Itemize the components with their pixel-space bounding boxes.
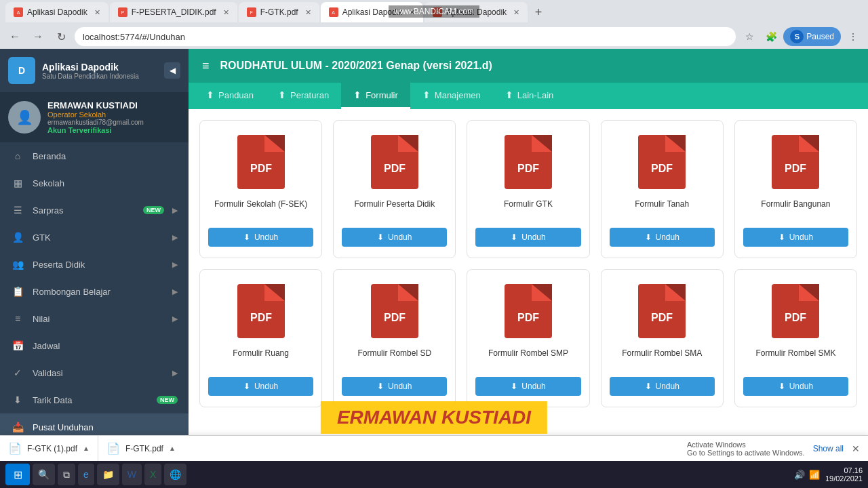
sidebar-item-gtk[interactable]: 👤 GTK ▶ <box>0 224 189 251</box>
sidebar-item-nilai[interactable]: ≡ Nilai ▶ <box>0 305 189 332</box>
taskbar-explorer[interactable]: 📁 <box>97 464 119 485</box>
unduh-icon-10: ⬇ <box>778 382 785 391</box>
sidebar-expand-button[interactable]: ◀ <box>164 62 180 79</box>
sidebar-item-rombongan-belajar[interactable]: 📋 Rombongan Belajar ▶ <box>0 278 189 305</box>
taskbar-word[interactable]: W <box>122 464 142 485</box>
lain-lain-icon: ⬆ <box>505 89 513 100</box>
unduh-button-9[interactable]: ⬇ Unduh <box>610 377 715 396</box>
pdf-grid: PDF Formulir Sekolah (F-SEK) ⬇ Unduh PDF <box>199 120 857 407</box>
unduh-button-10[interactable]: ⬇ Unduh <box>743 377 848 396</box>
bookmark-button[interactable]: ☆ <box>740 27 759 46</box>
pdf-label-2: Formulir Peserta Didik <box>354 199 435 221</box>
tab-close-2[interactable]: ✕ <box>223 8 229 17</box>
pdf-card-8: PDF Formulir Rombel SMP ⬇ Unduh <box>467 269 589 407</box>
unduh-button-4[interactable]: ⬇ Unduh <box>610 228 715 247</box>
peraturan-label: Peraturan <box>290 90 329 100</box>
validasi-arrow: ▶ <box>172 369 178 378</box>
sys-icons: 🔊 📶 <box>794 470 820 480</box>
tab-close-4[interactable]: ✕ <box>409 8 415 17</box>
rombongan-label: Rombongan Belajar <box>33 287 164 297</box>
download-bar-close-button[interactable]: ✕ <box>852 443 860 454</box>
sarpras-arrow: ▶ <box>172 206 178 215</box>
tab-formulir[interactable]: ⬆ Formulir <box>341 83 410 109</box>
pdf-label-6: Formulir Ruang <box>233 348 289 370</box>
taskbar-task-view[interactable]: ⧉ <box>58 464 75 485</box>
new-tab-button[interactable]: + <box>529 3 548 22</box>
address-input[interactable] <box>75 27 736 46</box>
task-view-icon: ⧉ <box>63 469 70 481</box>
unduh-button-8[interactable]: ⬇ Unduh <box>475 377 580 396</box>
jadwal-icon: 📅 <box>11 339 24 352</box>
browser-chrome: A Aplikasi Dapodik ✕ P F-PESERTA_DIDIK.p… <box>0 0 868 49</box>
sarpras-icon: ☰ <box>11 203 24 217</box>
tab-close-1[interactable]: ✕ <box>94 8 100 17</box>
paused-button[interactable]: S Paused <box>783 27 841 46</box>
pdf-icon-5: PDF <box>768 131 823 192</box>
tab-close-3[interactable]: ✕ <box>305 8 311 17</box>
user-role: Operator Sekolah <box>47 110 144 119</box>
top-bar: ≡ ROUDHATUL ULUM - 2020/2021 Genap (vers… <box>189 49 868 83</box>
school-title: ROUDHATUL ULUM - 2020/2021 Genap (versi … <box>220 60 492 72</box>
tab-panduan[interactable]: ⬆ Panduan <box>194 83 266 109</box>
menu-button[interactable]: ⋮ <box>844 27 863 46</box>
taskbar-search[interactable]: 🔍 <box>33 464 55 485</box>
nav-tabs: ⬆ Panduan ⬆ Peraturan ⬆ Formulir ⬆ Manaj… <box>189 83 868 109</box>
taskbar-system-tray: 🔊 📶 07.16 19/02/2021 <box>794 466 863 483</box>
taskbar-excel[interactable]: X <box>144 464 161 485</box>
pdf-card-4: PDF Formulir Tanah ⬇ Unduh <box>601 120 724 258</box>
unduh-button-5[interactable]: ⬇ Unduh <box>743 228 848 247</box>
download-pdf-icon-2: 📄 <box>106 442 120 455</box>
nilai-label: Nilai <box>33 314 164 324</box>
forward-button[interactable]: → <box>28 27 47 46</box>
download-chevron-2[interactable]: ▲ <box>169 445 176 452</box>
extensions-button[interactable]: 🧩 <box>762 27 781 46</box>
unduh-button-3[interactable]: ⬇ Unduh <box>475 228 580 247</box>
download-chevron-1[interactable]: ▲ <box>83 445 90 452</box>
unduh-button-2[interactable]: ⬇ Unduh <box>342 228 447 247</box>
sidebar-item-validasi[interactable]: ✓ Validasi ▶ <box>0 359 189 386</box>
pdf-icon-9: PDF <box>635 281 689 342</box>
tab-manajemen[interactable]: ⬆ Manajemen <box>410 83 493 109</box>
browser-tab-2[interactable]: P F-PESERTA_DIDIK.pdf ✕ <box>110 2 237 22</box>
unduh-icon-8: ⬇ <box>511 382 517 391</box>
browser-tab-1[interactable]: A Aplikasi Dapodik ✕ <box>5 2 108 22</box>
tab-favicon-3: F <box>247 7 256 17</box>
sidebar-item-peserta-didik[interactable]: 👥 Peserta Didik ▶ <box>0 251 189 278</box>
validasi-label: Validasi <box>33 368 164 378</box>
pdf-card-2: PDF Formulir Peserta Didik ⬇ Unduh <box>333 120 456 258</box>
sidebar-item-beranda[interactable]: ⌂ Beranda <box>0 142 189 169</box>
download-pdf-icon-1: 📄 <box>8 442 22 455</box>
tab-close-5[interactable]: ✕ <box>513 8 519 17</box>
hamburger-menu-button[interactable]: ≡ <box>202 59 210 73</box>
taskbar-clock[interactable]: 07.16 19/02/2021 <box>825 466 863 483</box>
unduh-icon-5: ⬇ <box>778 232 785 242</box>
back-button[interactable]: ← <box>5 27 24 46</box>
taskbar-start-button[interactable]: ⊞ <box>5 464 30 485</box>
taskbar-edge[interactable]: e <box>78 464 94 485</box>
pdf-card-5: PDF Formulir Bangunan ⬇ Unduh <box>734 120 857 258</box>
tarik-data-icon: ⬇ <box>11 393 24 407</box>
sidebar-item-jadwal[interactable]: 📅 Jadwal <box>0 332 189 359</box>
refresh-button[interactable]: ↻ <box>52 27 71 46</box>
sidebar-item-sekolah[interactable]: ▦ Sekolah <box>0 169 189 197</box>
tab-lain-lain[interactable]: ⬆ Lain-Lain <box>493 83 566 109</box>
pdf-label-9: Formulir Rombel SMA <box>622 348 702 370</box>
peraturan-icon: ⬆ <box>278 89 286 100</box>
unduh-button-7[interactable]: ⬇ Unduh <box>342 377 447 396</box>
sidebar-item-tarik-data[interactable]: ⬇ Tarik Data NEW <box>0 386 189 413</box>
svg-text:PDF: PDF <box>517 312 539 323</box>
browser-tab-4[interactable]: A Aplikasi Dapodik ✕ <box>321 2 424 22</box>
tab-peraturan[interactable]: ⬆ Peraturan <box>266 83 341 109</box>
browser-tab-3[interactable]: F F-GTK.pdf ✕ <box>239 2 319 22</box>
pdf-icon-8: PDF <box>501 281 555 342</box>
browser-tab-5[interactable]: A Aplikasi Dapodik ✕ <box>425 2 528 22</box>
tab-title-3: F-GTK.pdf <box>260 7 298 17</box>
unduh-button-1[interactable]: ⬇ Unduh <box>208 228 313 247</box>
unduh-button-6[interactable]: ⬇ Unduh <box>208 377 313 396</box>
taskbar-browser[interactable]: 🌐 <box>164 464 186 485</box>
pdf-card-6: PDF Formulir Ruang ⬇ Unduh <box>199 269 322 407</box>
sidebar-logo: D <box>8 57 35 84</box>
address-bar-row: ← → ↻ ☆ 🧩 S Paused ⋮ <box>0 24 868 49</box>
sidebar-item-sarpras[interactable]: ☰ Sarpras NEW ▶ <box>0 197 189 224</box>
show-all-button[interactable]: Show all <box>813 444 844 453</box>
